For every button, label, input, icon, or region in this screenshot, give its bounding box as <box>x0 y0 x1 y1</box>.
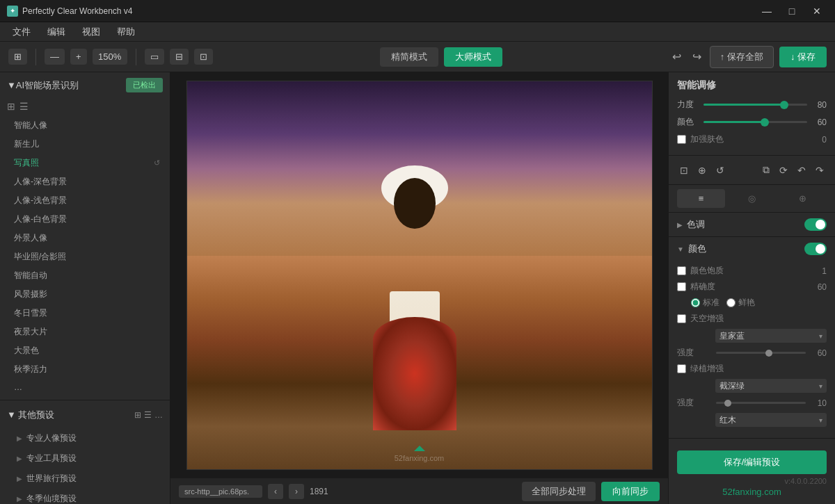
green-strength-row: 强度 10 <box>677 397 827 409</box>
figure-head <box>394 178 436 229</box>
ai-scene-label: 新生儿 <box>14 138 39 150</box>
transform-icon-button[interactable]: ⊕ <box>695 162 709 179</box>
save-button[interactable]: ↓ 保存 <box>779 47 827 67</box>
ai-scene-item[interactable]: 写真照↺ <box>0 154 170 172</box>
force-label: 力度 <box>677 99 698 111</box>
presets-grid-button[interactable]: ⊞ <box>134 410 141 420</box>
ai-scene-item[interactable]: 人像-白色背景 <box>0 210 170 229</box>
color-section-header[interactable]: ▼ 颜色 <box>669 237 835 261</box>
undo2-icon-button[interactable]: ↶ <box>795 162 809 179</box>
menu-item-编辑[interactable]: 编辑 <box>40 24 72 40</box>
wood-value-select[interactable]: 红木 原木 <box>715 413 827 427</box>
view-split-button[interactable]: ⊟ <box>170 49 189 65</box>
forward-sync-button[interactable]: 向前同步 <box>601 482 660 501</box>
maximize-button[interactable]: □ <box>781 4 803 18</box>
enhance-skin-checkbox[interactable] <box>677 135 686 144</box>
filter-tab-adjust[interactable]: ≡ <box>677 189 725 208</box>
color-value: 60 <box>813 117 827 127</box>
grid-view-button[interactable]: ⊞ <box>7 101 15 112</box>
standard-option[interactable]: 标准 <box>691 297 719 309</box>
sky-strength-slider[interactable] <box>716 352 806 354</box>
ai-scene-label: 智能自动 <box>14 270 47 282</box>
preset-item[interactable]: ▶专业工具预设 <box>0 448 170 469</box>
color-quality-checkbox[interactable] <box>677 266 686 275</box>
green-strength-slider[interactable] <box>716 402 806 404</box>
force-slider[interactable] <box>703 104 807 106</box>
canvas-container[interactable]: 52fanxing.com <box>170 72 668 478</box>
color-slider[interactable] <box>703 121 807 123</box>
crop-icon-button[interactable]: ⊡ <box>677 162 691 179</box>
preset-item[interactable]: ▶世界旅行预设 <box>0 469 170 489</box>
ai-scene-label: … <box>14 382 22 392</box>
ai-scene-reset[interactable]: ↺ <box>154 158 160 168</box>
pro-mode-button[interactable]: 大师模式 <box>444 47 502 67</box>
prev-image-button[interactable]: ‹ <box>268 484 283 499</box>
sky-value-select[interactable]: 皇家蓝 深蓝 碧空蓝 <box>715 329 827 343</box>
ai-scene-item[interactable]: 夜景大片 <box>0 323 170 341</box>
preset-item[interactable]: ▶冬季仙境预设 <box>0 489 170 504</box>
close-button[interactable]: ✕ <box>806 4 828 18</box>
redo2-icon-button[interactable]: ↷ <box>813 162 827 179</box>
presets-more-button[interactable]: … <box>154 410 163 420</box>
filter-tab-effect[interactable]: ⊕ <box>779 189 827 208</box>
next-image-button[interactable]: › <box>289 484 304 499</box>
precision-row: 精确度 60 <box>677 281 827 293</box>
app-icon: ✦ <box>7 6 18 17</box>
ai-scene-item[interactable]: 大景色 <box>0 341 170 360</box>
menu-item-文件[interactable]: 文件 <box>6 24 38 40</box>
view-compare-button[interactable]: ⊡ <box>194 49 213 65</box>
precision-checkbox[interactable] <box>677 282 686 291</box>
tone-toggle[interactable] <box>804 218 827 231</box>
green-enhance-row: 绿植增强 <box>677 363 827 375</box>
vivid-radio[interactable] <box>726 298 735 307</box>
copy-icon-button[interactable]: ⧉ <box>760 161 772 179</box>
ai-scene-item[interactable]: 智能人像 <box>0 116 170 135</box>
menu-item-帮助[interactable]: 帮助 <box>110 24 142 40</box>
batch-process-button[interactable]: 全部同步处理 <box>522 482 596 501</box>
view-single-button[interactable]: ▭ <box>145 49 164 65</box>
color-toggle[interactable] <box>804 243 827 255</box>
zoom-in-button[interactable]: + <box>70 49 87 65</box>
ai-scene-item[interactable]: 人像-深色背景 <box>0 172 170 191</box>
list-view-button[interactable]: ☰ <box>19 101 29 112</box>
vivid-option[interactable]: 鲜艳 <box>726 297 755 309</box>
ai-scene-item[interactable]: 毕业照/合影照 <box>0 247 170 266</box>
save-preset-button[interactable]: 保存/编辑预设 <box>677 450 827 474</box>
section-divider <box>0 400 170 400</box>
ai-scene-item[interactable]: … <box>0 379 170 396</box>
menu-item-视图[interactable]: 视图 <box>75 24 107 40</box>
rotate-icon-button[interactable]: ↺ <box>713 162 727 179</box>
ai-detected-button[interactable]: 已检出 <box>126 78 163 92</box>
sky-enhance-checkbox[interactable] <box>677 314 686 323</box>
ai-list-controls: ⊞ ☰ <box>0 98 170 115</box>
redo-button[interactable]: ↪ <box>690 47 704 66</box>
sky-value-select-wrap: 皇家蓝 深蓝 碧空蓝 <box>715 329 827 343</box>
filter-tab-retouch[interactable]: ◎ <box>728 189 776 208</box>
tone-section-header[interactable]: ▶ 色调 <box>669 213 835 236</box>
preset-item[interactable]: ▶专业人像预设 <box>0 428 170 448</box>
green-enhance-checkbox[interactable] <box>677 364 686 373</box>
ai-scene-item[interactable]: 智能自动 <box>0 266 170 285</box>
smart-adjust-section: 智能调修 力度 80 颜色 60 加强肤色 0 <box>669 72 835 156</box>
save-all-button[interactable]: ↑ 保存全部 <box>710 46 774 68</box>
ai-scene-item[interactable]: 新生儿 <box>0 135 170 154</box>
zoom-out-button[interactable]: — <box>45 49 65 65</box>
presets-list-button[interactable]: ☰ <box>144 410 152 420</box>
ai-scene-item[interactable]: 冬日雪景 <box>0 304 170 323</box>
minimize-button[interactable]: — <box>756 4 778 18</box>
force-row: 力度 80 <box>677 99 827 111</box>
app-title: Perfectly Clear Workbench v4 <box>22 6 133 16</box>
green-value-select[interactable]: 截深绿 深绿 翠绿 <box>715 379 827 393</box>
ai-scene-item[interactable]: 外景人像 <box>0 229 170 247</box>
simple-mode-button[interactable]: 精简模式 <box>380 47 438 67</box>
ai-scene-item[interactable]: 秋季活力 <box>0 360 170 379</box>
fit-view-button[interactable]: ⊞ <box>8 49 27 65</box>
ai-section-header[interactable]: ▼AI智能场景识别 已检出 <box>0 72 170 98</box>
ai-scene-item[interactable]: 人像-浅色背景 <box>0 191 170 210</box>
color-quality-label: 颜色饱质 <box>690 265 818 277</box>
refresh-icon-button[interactable]: ⟳ <box>777 162 790 179</box>
presets-section-header[interactable]: ▼ 其他预设 ⊞ ☰ … <box>0 403 170 427</box>
ai-scene-item[interactable]: 风景摄影 <box>0 285 170 304</box>
standard-radio[interactable] <box>691 298 700 307</box>
undo-button[interactable]: ↩ <box>669 47 684 66</box>
